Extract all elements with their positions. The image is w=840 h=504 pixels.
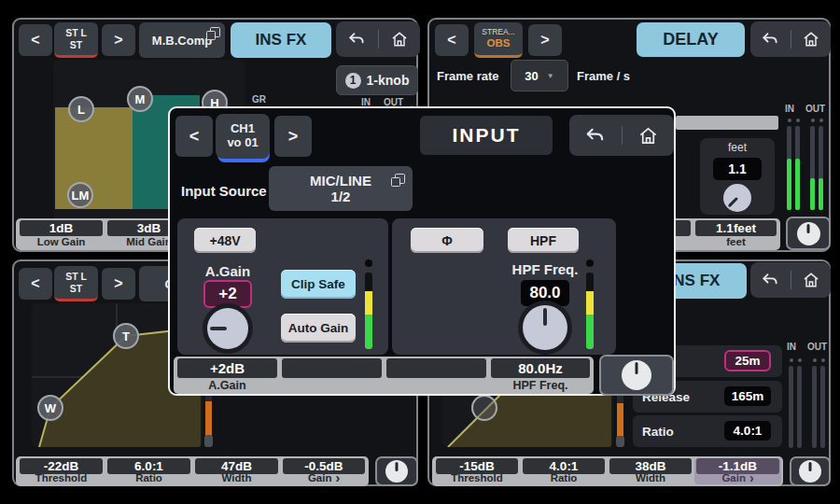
out-label: OUT — [807, 342, 827, 352]
param-cell[interactable] — [385, 358, 488, 392]
handle-lowmid[interactable]: LM — [67, 182, 93, 208]
prev-channel-button[interactable]: < — [175, 116, 213, 157]
dialog-title: INPUT — [420, 116, 553, 155]
preset-label: M.B.Comp — [152, 34, 212, 48]
prev-channel-button[interactable]: < — [19, 268, 52, 300]
next-channel-button[interactable]: > — [102, 268, 135, 300]
frame-rate-dropdown[interactable]: 30 ▼ — [511, 60, 568, 91]
param-row-value[interactable]: 165m — [724, 386, 771, 406]
param-cell[interactable] — [280, 358, 384, 392]
channel-name2: ST — [70, 39, 82, 50]
channel-select-button[interactable]: STREA... OBS — [474, 22, 523, 58]
param-cell-ratio[interactable]: 6.0:1 Ratio — [105, 458, 192, 484]
param-cell-ratio[interactable]: 4.0:1 Ratio — [521, 458, 607, 484]
param-cell-threshold[interactable]: -15dB Threshold — [434, 458, 520, 484]
param-label: Width — [608, 471, 693, 484]
nav-block — [336, 21, 420, 57]
param-row-value[interactable]: 25m — [724, 350, 771, 371]
knob-icon — [797, 222, 820, 245]
gr-label: GR — [252, 94, 266, 105]
param-row-ratio[interactable]: Ratio 4.0:1 — [633, 415, 782, 447]
param-label: HPF Freq. — [489, 379, 592, 392]
tab-ins-fx[interactable]: INS FX — [231, 22, 331, 58]
param-cell-width[interactable]: 47dB Width — [193, 458, 280, 484]
next-channel-button[interactable]: > — [274, 116, 312, 157]
handle-width[interactable]: W — [37, 395, 63, 421]
in-meter — [795, 126, 800, 210]
chevron-right-icon: › — [749, 470, 754, 485]
param-cell-width[interactable]: 38dB Width — [608, 458, 693, 484]
auto-gain-button[interactable]: Auto Gain — [281, 314, 356, 343]
prev-channel-button[interactable]: < — [435, 24, 469, 56]
meter-dot — [813, 358, 817, 362]
channel-name: CH1 — [231, 122, 255, 136]
param-cell[interactable]: 1.1feet feet — [693, 220, 778, 248]
channel-select-button[interactable]: CH1 vo 01 — [216, 114, 270, 159]
touch-knob-button[interactable] — [790, 456, 831, 486]
home-icon[interactable] — [637, 125, 659, 147]
param-label — [385, 379, 488, 392]
in-label: IN — [785, 104, 794, 114]
channel-name2: vo 01 — [227, 136, 258, 150]
hpf-freq-knob[interactable] — [518, 301, 572, 355]
undo-icon[interactable] — [347, 30, 366, 49]
prev-channel-button[interactable]: < — [19, 24, 52, 56]
feet-knob[interactable] — [718, 178, 757, 217]
param-cell-again[interactable]: +2dB A.Gain — [175, 358, 279, 392]
param-cell[interactable]: 1dB Low Gain — [18, 220, 105, 248]
meter-dot — [790, 358, 793, 362]
delay-scale-bar[interactable] — [676, 116, 778, 130]
hpf-freq-label: HPF Freq. — [508, 261, 582, 277]
param-value — [282, 358, 382, 378]
input-source-button[interactable]: MIC/LINE 1/2 — [269, 166, 413, 211]
channel-select-button[interactable]: ST L ST — [54, 22, 98, 58]
touch-knob-button[interactable] — [786, 217, 831, 250]
out-meter — [810, 126, 815, 210]
param-cell-gain-selected[interactable]: -1.1dB Gain› — [694, 458, 781, 484]
one-knob-button[interactable]: 1 1-knob — [336, 65, 418, 95]
param-cell-gain[interactable]: -0.5dB Gain› — [281, 458, 367, 484]
home-icon[interactable] — [802, 30, 820, 49]
feet-value[interactable]: 1.1 — [713, 158, 762, 180]
handle-low[interactable]: L — [68, 96, 94, 122]
handle-mid[interactable]: M — [127, 86, 153, 112]
home-icon[interactable] — [802, 271, 820, 289]
clip-safe-button[interactable]: Clip Safe — [281, 270, 356, 299]
again-knob[interactable] — [203, 303, 253, 354]
undo-icon[interactable] — [584, 125, 606, 147]
again-label: A.Gain — [190, 263, 265, 279]
undo-icon[interactable] — [761, 30, 779, 49]
handle-threshold[interactable]: T — [113, 323, 139, 349]
touch-knob-button[interactable] — [599, 355, 674, 396]
param-footer: +2dB A.Gain 80.0Hz HPF Freq. — [174, 357, 594, 394]
hpf-button[interactable]: HPF — [508, 228, 579, 253]
touch-knob-button[interactable] — [375, 456, 418, 486]
preset-button[interactable]: M.B.Comp — [139, 22, 225, 58]
phase-button[interactable]: Φ — [411, 228, 483, 253]
param-label: Ratio — [105, 471, 192, 484]
home-icon[interactable] — [390, 30, 409, 49]
handle-partial[interactable] — [471, 395, 497, 421]
input-source-line1: MIC/LINE — [310, 173, 371, 189]
nav-block — [750, 262, 831, 298]
param-label: Ratio — [521, 471, 607, 484]
level-meter — [586, 273, 594, 349]
chevron-down-icon: ▼ — [547, 72, 554, 80]
tab-delay[interactable]: DELAY — [637, 22, 745, 57]
param-label: feet — [693, 235, 778, 248]
meter-dot — [788, 119, 791, 122]
next-channel-button[interactable]: > — [528, 24, 562, 56]
param-cell-hpf-freq[interactable]: 80.0Hz HPF Freq. — [489, 358, 592, 392]
next-channel-button[interactable]: > — [102, 24, 135, 56]
in-meter — [797, 366, 802, 448]
channel-select-button[interactable]: ST L ST — [54, 266, 98, 301]
param-value — [386, 358, 486, 378]
input-source-label: Input Source — [181, 183, 267, 199]
param-cell-threshold[interactable]: -22dB Threshold — [18, 458, 105, 484]
gr-meter-fill — [205, 401, 212, 437]
undo-icon[interactable] — [761, 271, 779, 289]
param-value: 1dB — [20, 220, 103, 236]
param-row-value[interactable]: 4.0:1 — [724, 421, 771, 441]
phantom-48v-button[interactable]: +48V — [194, 228, 256, 253]
nav-divider — [622, 126, 623, 145]
